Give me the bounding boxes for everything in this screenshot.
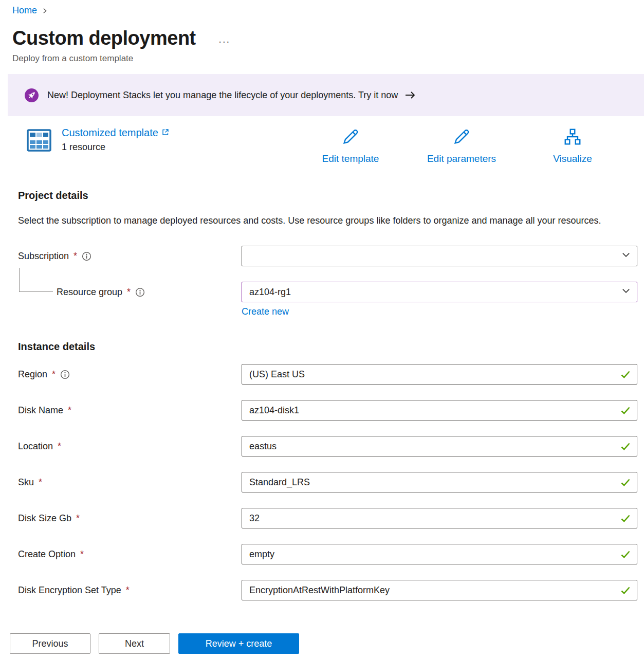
disk-size-input[interactable]: [242, 508, 637, 528]
validation-check-icon: [620, 369, 631, 380]
sku-input[interactable]: [242, 472, 637, 492]
create-option-input[interactable]: [242, 544, 637, 564]
required-marker: *: [80, 549, 84, 560]
chevron-down-icon: [621, 250, 631, 262]
validation-check-icon: [620, 549, 631, 560]
more-options-button[interactable]: ···: [218, 36, 230, 46]
review-create-button[interactable]: Review + create: [178, 633, 299, 654]
visualize-label: Visualize: [553, 153, 592, 164]
required-marker: *: [52, 369, 56, 380]
breadcrumb-home-link[interactable]: Home: [12, 5, 37, 16]
hierarchy-connector: [19, 268, 53, 292]
validation-check-icon: [620, 441, 631, 452]
visualize-button[interactable]: Visualize: [534, 127, 611, 164]
pencil-icon: [341, 127, 360, 149]
page-subtitle: Deploy from a custom template: [12, 53, 644, 64]
required-marker: *: [76, 513, 80, 524]
banner-message: New! Deployment Stacks let you manage th…: [47, 90, 398, 101]
disk-name-input[interactable]: [242, 400, 637, 421]
next-button[interactable]: Next: [99, 633, 170, 654]
info-icon[interactable]: [135, 287, 145, 297]
project-details-description: Select the subscription to manage deploy…: [18, 213, 609, 228]
region-row: Region *: [18, 364, 637, 385]
deployment-stacks-banner[interactable]: New! Deployment Stacks let you manage th…: [8, 74, 644, 116]
chevron-down-icon: [621, 286, 631, 298]
region-input[interactable]: [242, 364, 637, 385]
location-label: Location: [18, 441, 53, 452]
instance-details-heading: Instance details: [18, 341, 637, 353]
previous-button[interactable]: Previous: [10, 633, 90, 654]
resource-group-label: Resource group: [57, 287, 122, 298]
edit-template-label: Edit template: [322, 153, 379, 164]
resource-group-row: Resource group * az104-rg1: [18, 282, 637, 302]
disk-name-label: Disk Name: [18, 405, 63, 416]
pencil-icon: [452, 127, 471, 149]
create-option-label: Create Option: [18, 549, 76, 560]
sku-row: Sku *: [18, 472, 637, 492]
footer-action-bar: Previous Next Review + create: [0, 624, 644, 658]
subscription-label: Subscription: [18, 251, 69, 262]
required-marker: *: [39, 477, 42, 488]
template-name: Customized template: [62, 127, 158, 139]
breadcrumb-chevron-icon: [41, 7, 48, 14]
template-resource-count: 1 resource: [62, 142, 170, 153]
disk-name-row: Disk Name *: [18, 400, 637, 421]
resource-group-value: az104-rg1: [249, 287, 291, 298]
location-input[interactable]: [242, 436, 637, 456]
resource-group-dropdown[interactable]: az104-rg1: [242, 282, 637, 302]
location-row: Location *: [18, 436, 637, 456]
create-option-row: Create Option *: [18, 544, 637, 564]
disk-size-row: Disk Size Gb *: [18, 508, 637, 528]
customized-template-link[interactable]: Customized template: [62, 127, 170, 139]
breadcrumb: Home: [12, 5, 644, 16]
project-details-heading: Project details: [18, 190, 637, 202]
required-marker: *: [126, 585, 130, 596]
subscription-row: Subscription *: [18, 246, 637, 266]
validation-check-icon: [620, 513, 631, 524]
info-icon[interactable]: [60, 370, 70, 379]
subscription-dropdown[interactable]: [242, 246, 637, 266]
rocket-icon: [25, 88, 39, 102]
page-title: Custom deployment: [12, 27, 196, 49]
validation-check-icon: [620, 477, 631, 488]
required-marker: *: [73, 251, 77, 262]
disk-size-label: Disk Size Gb: [18, 513, 71, 524]
external-link-icon: [161, 127, 170, 139]
info-icon[interactable]: [82, 251, 91, 261]
validation-check-icon: [620, 405, 631, 416]
disk-encryption-set-type-input[interactable]: [242, 580, 637, 600]
required-marker: *: [58, 441, 61, 452]
template-icon: [27, 129, 51, 154]
edit-parameters-label: Edit parameters: [427, 153, 496, 164]
disk-encryption-set-type-label: Disk Encryption Set Type: [18, 585, 121, 596]
validation-check-icon: [620, 584, 631, 596]
edit-template-button[interactable]: Edit template: [312, 127, 389, 164]
sku-label: Sku: [18, 477, 34, 488]
required-marker: *: [68, 405, 71, 416]
orgchart-icon: [563, 127, 582, 149]
create-new-link[interactable]: Create new: [242, 306, 289, 317]
disk-encryption-set-type-row: Disk Encryption Set Type *: [18, 580, 637, 600]
arrow-right-icon: [404, 90, 416, 100]
region-label: Region: [18, 369, 47, 380]
template-summary: Customized template 1 resource Edit temp…: [27, 127, 636, 164]
edit-parameters-button[interactable]: Edit parameters: [423, 127, 500, 164]
required-marker: *: [127, 287, 131, 298]
